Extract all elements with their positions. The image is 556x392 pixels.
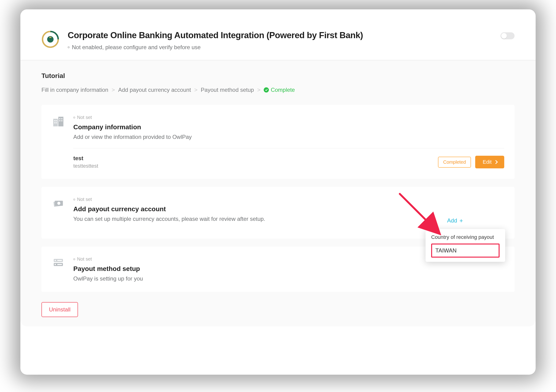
chevron-right-icon xyxy=(494,160,498,164)
svg-rect-4 xyxy=(58,117,63,126)
subtitle-text: Not enabled, please configure and verify… xyxy=(72,44,201,51)
tutorial-heading: Tutorial xyxy=(41,72,515,80)
entry-actions: Completed Edit xyxy=(438,156,504,168)
card-title: Company information xyxy=(73,123,504,131)
divider xyxy=(73,148,504,148)
payout-account-card: Not set Add payout currency account You … xyxy=(41,187,515,239)
svg-point-15 xyxy=(57,202,61,205)
completed-badge: Completed xyxy=(438,157,471,168)
status-pill: Not set xyxy=(73,197,504,202)
status-dot-icon xyxy=(73,258,75,260)
svg-rect-21 xyxy=(57,264,62,265)
svg-point-18 xyxy=(54,260,56,261)
svg-point-19 xyxy=(54,264,56,265)
svg-rect-8 xyxy=(56,122,57,123)
title-block: Corporate Online Banking Automated Integ… xyxy=(68,31,494,51)
company-info-card: Not set Company information Add or view … xyxy=(41,105,515,179)
breadcrumb-sep: > xyxy=(257,87,260,93)
breadcrumb-step-3[interactable]: Payout method setup xyxy=(201,87,254,93)
cash-icon xyxy=(52,197,65,210)
uninstall-button[interactable]: Uninstall xyxy=(41,302,78,317)
svg-rect-9 xyxy=(59,118,60,119)
status-dot-icon xyxy=(73,199,75,200)
status-text: Not set xyxy=(77,197,92,202)
edit-button-label: Edit xyxy=(483,159,492,165)
entry-detail: testtesttest xyxy=(73,163,98,169)
dropdown-label: Country of receiving payout xyxy=(431,234,500,240)
plus-icon: + xyxy=(460,217,463,224)
enable-toggle[interactable] xyxy=(501,32,515,39)
status-pill: Not set xyxy=(73,115,504,120)
status-text: Not set xyxy=(77,115,92,120)
page-title: Corporate Online Banking Automated Integ… xyxy=(68,31,494,40)
check-circle-icon xyxy=(264,87,269,92)
status-dot-icon xyxy=(68,46,70,48)
breadcrumb-sep: > xyxy=(194,87,197,93)
card-title: Payout method setup xyxy=(73,265,504,273)
card-description: You can set up multiple currency account… xyxy=(73,216,504,222)
company-entry-row: test testtesttest Completed Edit xyxy=(73,155,504,169)
buildings-icon xyxy=(52,115,65,128)
svg-rect-2 xyxy=(49,37,51,38)
status-text: Not set xyxy=(77,256,92,262)
add-account-link[interactable]: Add + xyxy=(447,217,463,224)
add-label: Add xyxy=(447,217,457,224)
toggle-knob xyxy=(501,33,507,39)
breadcrumb-step-2[interactable]: Add payout currency account xyxy=(118,87,191,93)
page-subtitle: Not enabled, please configure and verify… xyxy=(68,44,494,51)
entry-name: test xyxy=(73,155,98,161)
breadcrumb: Fill in company information > Add payout… xyxy=(41,87,515,93)
card-title: Add payout currency account xyxy=(73,205,504,213)
card-description: OwlPay is setting up for you xyxy=(73,275,504,282)
server-icon xyxy=(52,256,65,269)
card-description: Add or view the information provided to … xyxy=(73,134,504,140)
complete-label: Complete xyxy=(271,87,295,93)
svg-rect-20 xyxy=(57,260,62,261)
svg-rect-6 xyxy=(56,120,57,121)
svg-rect-12 xyxy=(61,120,62,121)
breadcrumb-sep: > xyxy=(111,87,115,93)
header: Corporate Online Banking Automated Integ… xyxy=(20,9,536,61)
breadcrumb-step-1[interactable]: Fill in company information xyxy=(41,87,108,93)
svg-rect-5 xyxy=(54,120,55,121)
bank-logo-icon xyxy=(41,31,59,48)
entry-text: test testtesttest xyxy=(73,155,98,169)
dropdown-item-taiwan[interactable]: TAIWAN xyxy=(431,244,500,258)
body: Tutorial Fill in company information > A… xyxy=(20,61,536,326)
svg-rect-3 xyxy=(53,119,58,126)
app-window: Corporate Online Banking Automated Integ… xyxy=(20,9,536,375)
svg-rect-7 xyxy=(54,122,55,123)
breadcrumb-complete: Complete xyxy=(264,87,295,93)
svg-rect-11 xyxy=(59,120,60,121)
status-dot-icon xyxy=(73,117,75,118)
country-dropdown[interactable]: Country of receiving payout TAIWAN xyxy=(425,229,505,262)
edit-button[interactable]: Edit xyxy=(475,156,504,168)
svg-rect-10 xyxy=(61,118,62,119)
